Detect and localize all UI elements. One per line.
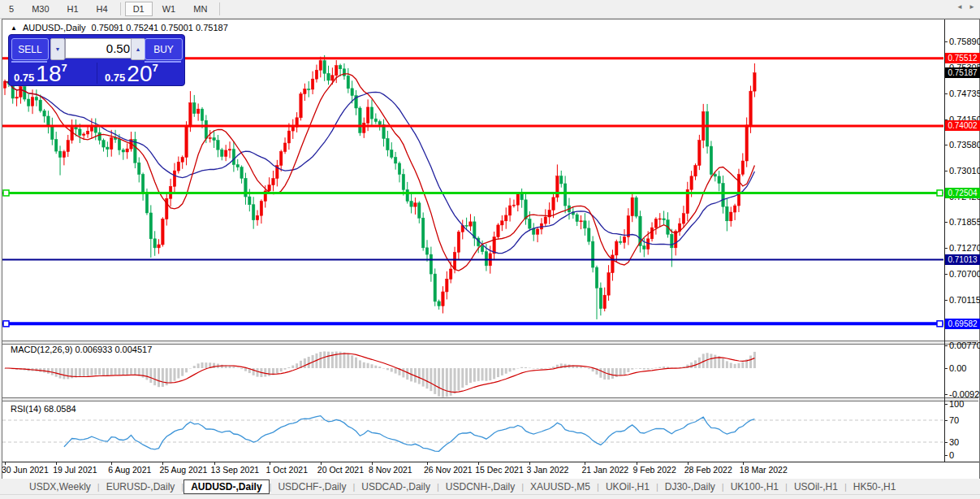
macd-histogram-bar (110, 368, 113, 375)
date-tick-label: 13 Sep 2021 (211, 465, 260, 475)
candle-body (749, 91, 752, 125)
price-tick (944, 300, 948, 301)
macd-histogram-bar (67, 368, 69, 379)
pane-splitter-rsi[interactable] (2, 397, 978, 401)
price-tick-label: 0.71855 (949, 217, 980, 227)
volume-decrease-button[interactable]: ▼ (50, 38, 65, 60)
chart-tab-eurusd[interactable]: EURUSD-,Daily (100, 480, 182, 493)
macd-histogram-bar (592, 368, 594, 371)
status-strip (0, 494, 980, 499)
candle-body (698, 141, 701, 166)
macd-tick (944, 345, 948, 346)
rsi-tick (944, 455, 948, 456)
volume-input[interactable] (65, 38, 135, 59)
macd-histogram-bar (501, 368, 503, 375)
chart-tab-usoil[interactable]: USOil-,H1 (788, 480, 844, 493)
price-level-badge: 0.74002 (945, 120, 980, 131)
macd-histogram-bar (599, 368, 602, 378)
sell-price[interactable]: 0.75 18 7 (14, 63, 67, 84)
buy-button[interactable]: BUY (145, 38, 183, 60)
chart-tab-uk100[interactable]: UK100-,H1 (724, 480, 785, 493)
macd-tick-label: 0.007704 (949, 341, 980, 350)
tab-scroll-right-icon[interactable]: ► (969, 3, 975, 11)
candle-body (323, 61, 326, 74)
sell-button[interactable]: SELL (11, 38, 49, 60)
timeframe-button-h4[interactable]: H4 (89, 2, 116, 16)
macd-histogram-bar (149, 368, 152, 383)
macd-histogram-bar (654, 368, 657, 369)
candle-body (58, 151, 61, 158)
candle-body (106, 147, 109, 150)
macd-histogram-bar (264, 368, 266, 377)
current-price-badge: 0.75187 (945, 67, 980, 78)
macd-histogram-bar (83, 368, 85, 377)
chart-tab-usdcnh[interactable]: USDCNH-,Daily (439, 480, 521, 493)
volume-increase-button[interactable]: ▲ (131, 38, 145, 60)
timeframe-button-5[interactable]: 5 (1, 2, 22, 16)
macd-histogram-bar (658, 367, 661, 368)
candle-body (627, 216, 629, 237)
chart-tab-usdcad[interactable]: USDCAD-,Daily (355, 480, 437, 493)
chart-canvas[interactable] (0, 19, 980, 478)
chart-tab-bar: USDX,Weekly|EURUSD-,Daily|AUDUSD-,Daily|… (0, 479, 980, 494)
candle-body (79, 129, 81, 136)
macd-histogram-bar (63, 368, 65, 380)
candle-body (402, 175, 404, 190)
candle-body (283, 143, 286, 152)
macd-histogram-bar (90, 368, 93, 375)
candle-body (83, 134, 85, 135)
candle-body (663, 219, 665, 220)
macd-histogram-bar (173, 368, 175, 381)
macd-histogram-bar (690, 362, 693, 368)
line-handle (3, 190, 9, 196)
macd-histogram-bar (201, 362, 204, 368)
candle-body (141, 175, 144, 194)
chart-tab-usdchf[interactable]: USDCHF-,Daily (271, 480, 352, 493)
chart-tab-usdx[interactable]: USDX,Weekly (23, 480, 97, 493)
date-axis-border (2, 462, 979, 462)
macd-histogram-bar (442, 368, 444, 397)
candle-body (394, 158, 396, 163)
macd-histogram-bar (730, 362, 732, 368)
candle-body (300, 93, 302, 117)
timeframe-button-mn[interactable]: MN (185, 2, 215, 16)
candle-body (189, 102, 192, 127)
macd-histogram-bar (434, 368, 436, 394)
buy-price[interactable]: 0.75 20 7 (105, 63, 158, 84)
chart-tab-ukoil[interactable]: UKOil-,H1 (599, 480, 656, 493)
timeframe-button-d1[interactable]: D1 (125, 2, 153, 16)
macd-histogram-bar (497, 368, 499, 377)
candle-body (650, 228, 653, 239)
price-tick-label: 0.73580 (949, 140, 980, 150)
candle-body (595, 267, 598, 288)
candle-body (465, 225, 468, 226)
macd-histogram-bar (402, 368, 404, 377)
tab-scroll-left-icon[interactable]: ◄ (956, 3, 963, 11)
candle-body (260, 202, 262, 216)
macd-histogram-bar (741, 362, 744, 368)
rsi-tick (944, 420, 948, 421)
macd-histogram-bar (87, 368, 89, 376)
macd-histogram-bar (327, 352, 330, 368)
chart-tab-xauusd[interactable]: XAUUSD-,M5 (524, 480, 597, 493)
candle-body (86, 131, 89, 134)
chart-tab-hk50[interactable]: HK50-,H1 (847, 480, 903, 493)
candle-body (181, 158, 183, 163)
chart-tab-dj30[interactable]: DJ30-,Daily (658, 480, 722, 493)
candle-body (224, 150, 227, 157)
macd-tick-label: 0.00 (949, 363, 966, 373)
chart-tab-audusd[interactable]: AUDUSD-,Daily (183, 479, 269, 494)
candle-body (386, 138, 389, 150)
macd-histogram-bar (631, 368, 633, 370)
candle-body (733, 206, 736, 212)
macd-histogram-bar (232, 367, 235, 368)
timeframe-button-m30[interactable]: M30 (24, 2, 57, 16)
macd-histogram-bar (639, 368, 641, 369)
date-tick-label: 25 Aug 2021 (159, 465, 207, 475)
candle-body (363, 123, 365, 132)
price-tick (944, 41, 948, 42)
candle-body (591, 241, 594, 267)
macd-histogram-bar (603, 368, 606, 380)
timeframe-button-w1[interactable]: W1 (154, 2, 184, 16)
timeframe-button-h1[interactable]: H1 (59, 2, 87, 16)
